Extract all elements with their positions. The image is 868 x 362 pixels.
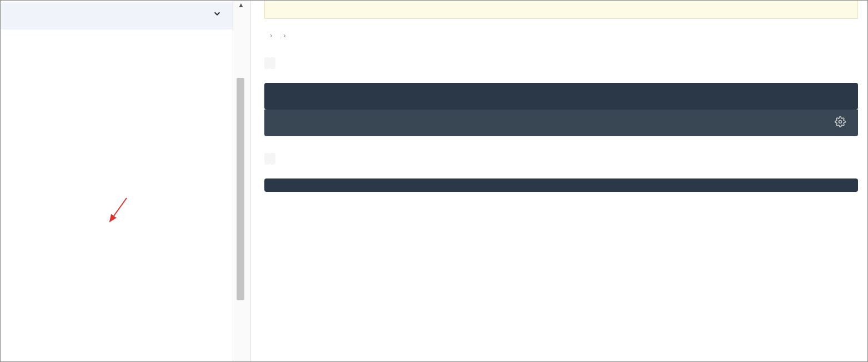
- svg-line-0: [110, 198, 127, 221]
- scroll-thumb[interactable]: [237, 78, 244, 300]
- main-content: › ›: [251, 0, 868, 362]
- chevron-down-icon: [213, 9, 222, 18]
- gear-icon[interactable]: [835, 116, 846, 130]
- important-notice: [264, 0, 858, 19]
- code-footer: [264, 110, 858, 136]
- intro-text: [264, 55, 858, 71]
- inline-code: [264, 153, 270, 165]
- inline-code: [264, 57, 270, 69]
- code-block-partial: [264, 178, 858, 192]
- code-content: [264, 83, 858, 110]
- code-block: [264, 83, 858, 110]
- sidebar: [0, 0, 233, 362]
- svg-point-1: [839, 121, 842, 123]
- inline-code: [270, 57, 275, 69]
- chevron-right-icon: ›: [270, 31, 272, 39]
- chevron-right-icon: ›: [283, 31, 285, 39]
- inline-code: [270, 153, 275, 165]
- annotation-arrow-icon: [106, 195, 133, 228]
- scroll-up-icon[interactable]: ▲: [238, 1, 244, 9]
- scrollbar[interactable]: ▲: [233, 0, 251, 362]
- breadcrumb: › ›: [264, 31, 858, 39]
- outro-text: [264, 151, 858, 166]
- sidebar-sub-list: [0, 24, 233, 29]
- sidebar-item-query-dsl[interactable]: [0, 2, 233, 24]
